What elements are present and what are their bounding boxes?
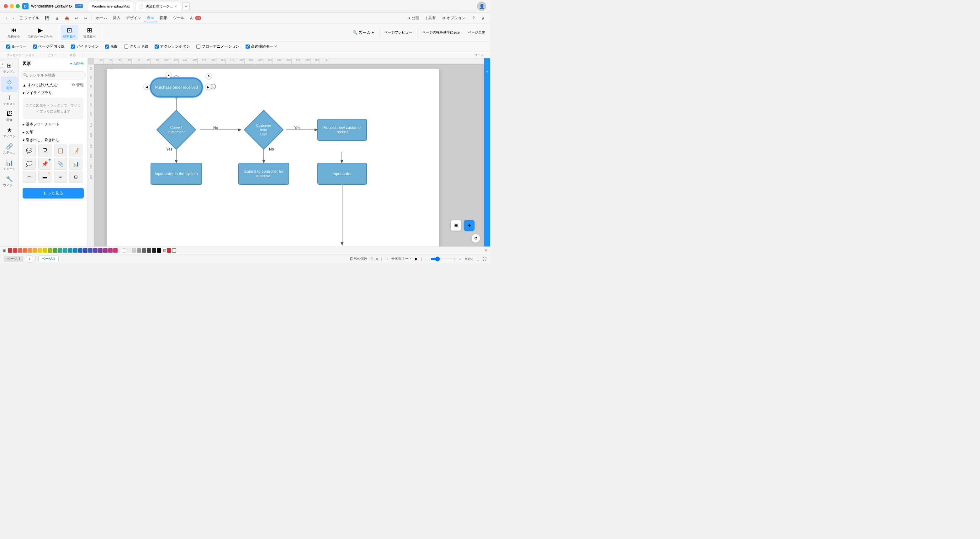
basic-flowchart-toggle[interactable]: ▸ 基本フローチャート — [22, 122, 84, 127]
color-swatch-pink2[interactable] — [108, 248, 113, 253]
callouts-toggle[interactable]: ▾ 引き出し、吹き出し — [22, 137, 84, 143]
sidebar-item-text[interactable]: T テキスト — [1, 93, 18, 108]
color-swatch-green1[interactable] — [48, 248, 52, 253]
tab-edrawmax[interactable]: Wondershare EdrawMax — [88, 2, 134, 11]
add-tab-button[interactable]: + — [182, 3, 190, 10]
sidebar-item-image[interactable]: 🖼 画像 — [1, 109, 18, 124]
fast-connect-checkbox-label[interactable]: 高速接続モード — [245, 44, 277, 49]
page-tab-active[interactable]: ページ-1 — [38, 256, 59, 262]
ai-symbol-button[interactable]: ✦ AI記号 — [70, 62, 84, 66]
tools-menu[interactable]: ツール — [170, 14, 187, 22]
shape-callout-10[interactable]: ▬⚡ — [38, 171, 51, 183]
shape-input-order[interactable]: Input order — [317, 163, 367, 185]
sidebar-item-icons[interactable]: ★ アイコン — [1, 125, 18, 140]
bg-display-button[interactable]: ⊞ 背景表示 — [81, 25, 98, 40]
color-swatch-green2[interactable] — [53, 248, 57, 253]
options-button[interactable]: ⚙ オプション — [440, 14, 468, 22]
add-page-button[interactable]: + — [26, 256, 33, 262]
canvas-settings-button[interactable]: ⚙ — [471, 234, 480, 243]
shape-callout-7[interactable]: 📎 — [54, 158, 67, 170]
color-swatch-teal1[interactable] — [58, 248, 62, 253]
shape-callout-9[interactable]: ▭ — [22, 171, 36, 183]
fit-width-button[interactable]: ページの幅を基準に表示 — [420, 29, 463, 36]
page-break-checkbox-label[interactable]: ページ区切り線 — [33, 44, 65, 49]
diamond-shape[interactable] — [156, 110, 196, 149]
zoom-out-button[interactable]: − — [425, 256, 427, 261]
nav-forward-button[interactable]: › — [10, 14, 16, 22]
zoom-in-button[interactable]: + — [459, 256, 461, 261]
shape-callout-4[interactable]: 📝 — [69, 145, 83, 156]
color-swatch-gray3[interactable] — [142, 248, 146, 253]
color-swatch-outline-red[interactable] — [167, 248, 171, 253]
shape-callout-11[interactable]: ≡ — [54, 171, 67, 183]
action-btn-checkbox-label[interactable]: アクションボタン — [154, 44, 190, 49]
zoom-slider[interactable] — [431, 256, 456, 261]
color-swatch-pink3[interactable] — [113, 248, 118, 253]
sidebar-item-shapes[interactable]: ◇ 図形 — [1, 76, 18, 92]
action-btn-checkbox[interactable] — [154, 45, 159, 49]
publish-button[interactable]: ✈ 公開 — [405, 14, 422, 22]
shape-callout-6[interactable]: 📌 — [38, 158, 51, 170]
ruler-checkbox[interactable] — [6, 45, 10, 49]
shape-callout-12[interactable]: ⊟ — [69, 171, 83, 183]
view-menu[interactable]: 表示 — [144, 14, 157, 22]
color-swatch-light1[interactable] — [127, 248, 131, 253]
fast-connect-checkbox[interactable] — [245, 45, 250, 49]
more-button[interactable]: もっと見る — [22, 188, 84, 199]
page-break-checkbox[interactable] — [33, 45, 37, 49]
avatar[interactable]: 👤 — [477, 2, 487, 11]
color-swatch-gray2[interactable] — [137, 248, 141, 253]
right-sidebar-help[interactable]: ? — [485, 70, 490, 75]
grid-checkbox-label[interactable]: グリッド線 — [124, 44, 148, 49]
zoom-button[interactable]: 🔍 ズーム ▾ — [350, 29, 377, 37]
canvas[interactable]: ▲ ↻ Purchase order received ▲ ◀ ▶ — [94, 65, 484, 246]
color-swatch-purple1[interactable] — [93, 248, 97, 253]
design-menu[interactable]: デザイン — [124, 14, 144, 22]
color-swatch-blue2[interactable] — [78, 248, 83, 253]
color-swatch-dark1[interactable] — [147, 248, 151, 253]
minimize-button[interactable] — [10, 4, 14, 8]
color-swatch-gray1[interactable] — [132, 248, 136, 253]
my-library-toggle[interactable]: ▾ マイライブラリ — [22, 90, 84, 95]
from-start-button[interactable]: ⏮ 最初から — [5, 25, 22, 40]
diamond-shape-2[interactable] — [243, 110, 283, 149]
search-input[interactable] — [21, 71, 86, 79]
color-swatch-red3[interactable] — [18, 248, 22, 253]
shape-callout-1[interactable]: 💬 — [22, 145, 36, 156]
color-swatch-teal2[interactable] — [63, 248, 67, 253]
color-swatch-orange2[interactable] — [28, 248, 32, 253]
color-swatch-cyan1[interactable] — [68, 248, 72, 253]
full-screen-button[interactable]: ⛶ — [483, 257, 487, 261]
sidebar-collapse-button[interactable]: ‹ — [0, 60, 5, 68]
manage-button[interactable]: ⚙ 管理 — [72, 83, 84, 88]
right-sidebar-collapse[interactable]: › — [485, 60, 490, 65]
ruler-checkbox-label[interactable]: ルーラー — [6, 44, 27, 49]
nav-arrow-left[interactable]: ◀ — [144, 84, 150, 90]
shape-process-new-customer[interactable]: Process new customer record — [317, 119, 367, 141]
sidebar-item-widgets[interactable]: 🔧 ウィジ... — [1, 174, 18, 189]
shape-callout-3[interactable]: 📋 — [54, 145, 67, 156]
tab-close-icon[interactable]: ✕ — [174, 5, 177, 8]
nav-back-button[interactable]: ‹ — [3, 14, 10, 22]
color-swatch-yellow1[interactable] — [33, 248, 37, 253]
collapse-menu-button[interactable]: ∧ — [479, 15, 487, 22]
margin-checkbox-label[interactable]: 余白 — [105, 44, 118, 49]
color-swatch-pink1[interactable] — [103, 248, 108, 253]
share-button[interactable]: ⤴ 共有 — [423, 14, 438, 22]
export-button[interactable]: 📤 — [62, 14, 72, 22]
color-swatch-red2[interactable] — [13, 248, 17, 253]
fit-screen-button[interactable]: ⊡ — [476, 257, 479, 261]
grid-checkbox[interactable] — [124, 45, 128, 49]
color-swatch-blue3[interactable] — [83, 248, 88, 253]
shape-submit-controller[interactable]: Submit to controller for approval — [238, 163, 289, 185]
flow-anim-checkbox-label[interactable]: フローアニメーション — [196, 44, 239, 49]
shape-callout-2[interactable]: 🗨 — [38, 145, 51, 156]
undo-button[interactable]: ↩ — [72, 14, 81, 22]
print-button[interactable]: 🖨 — [52, 14, 62, 22]
ai-assist-button[interactable]: ✦ — [464, 220, 474, 231]
color-swatch-orange1[interactable] — [23, 248, 27, 253]
maximize-button[interactable] — [16, 4, 20, 8]
guidelines-checkbox-label[interactable]: ガイドライン — [71, 44, 99, 49]
home-menu[interactable]: ホーム — [94, 14, 110, 22]
standard-view-button[interactable]: ⊡ 標準表示 — [60, 25, 78, 40]
